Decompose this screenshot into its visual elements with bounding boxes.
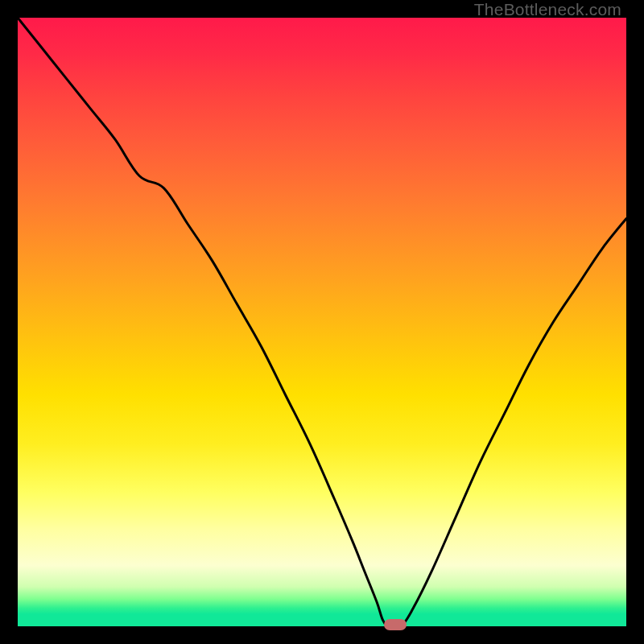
watermark-text: TheBottleneck.com (474, 0, 621, 19)
bottleneck-curve (18, 18, 626, 626)
optimal-marker (384, 619, 407, 630)
plot-area (18, 18, 626, 626)
chart-container: TheBottleneck.com (0, 0, 644, 644)
